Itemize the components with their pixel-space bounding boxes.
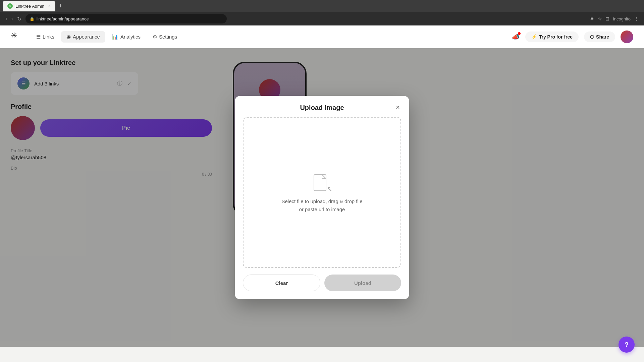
refresh-btn[interactable]: ↻	[17, 16, 21, 22]
nav-link-links[interactable]: ☰ Links	[31, 31, 60, 43]
modal-close-btn[interactable]: ×	[393, 103, 402, 112]
incognito-label: Incognito	[613, 16, 631, 21]
more-icon[interactable]: ⋮	[634, 16, 639, 21]
appearance-icon: ◉	[66, 34, 71, 40]
url-text: linktr.ee/admin/appearance	[37, 16, 89, 21]
browser-toolbar: 👁 ☆ ⊡ Incognito ⋮	[590, 16, 639, 21]
upload-image-modal: Upload Image × ↖	[235, 96, 409, 299]
dropzone-line1: Select file to upload, drag & drop file	[282, 197, 363, 205]
nav-links-label: Links	[43, 34, 54, 40]
try-pro-label: Try Pro for free	[539, 34, 573, 40]
modal-overlay[interactable]: Upload Image × ↖	[0, 48, 644, 347]
nav-link-appearance[interactable]: ◉ Appearance	[61, 31, 105, 43]
settings-icon: ⚙	[153, 34, 157, 40]
nav-link-settings[interactable]: ⚙ Settings	[147, 31, 182, 43]
upload-button[interactable]: Upload	[324, 275, 401, 291]
user-avatar[interactable]	[621, 31, 633, 43]
try-pro-button[interactable]: ⚡ Try Pro for free	[525, 32, 579, 42]
share-label: Share	[596, 34, 609, 40]
dropzone-line2: or paste url to image	[282, 205, 363, 214]
notif-dot	[518, 32, 521, 35]
share-button[interactable]: ⬡ Share	[584, 32, 615, 42]
eye-slash-icon: 👁	[590, 16, 594, 21]
tab-title: Linktree Admin	[15, 4, 44, 9]
forward-btn[interactable]: ›	[11, 16, 13, 22]
main-content: Set up your Linktree ☰ Add 3 links ⓘ ✓ P…	[0, 48, 644, 347]
nav-appearance-label: Appearance	[73, 34, 100, 40]
analytics-icon: 📊	[112, 34, 118, 40]
star-icon[interactable]: ☆	[598, 16, 602, 21]
modal-header: Upload Image ×	[235, 96, 409, 117]
notification-icon[interactable]: 📣	[512, 33, 520, 41]
nav-link-analytics[interactable]: 📊 Analytics	[107, 31, 146, 43]
dropzone-text: Select file to upload, drag & drop file …	[282, 197, 363, 214]
top-nav: ✳ ☰ Links ◉ Appearance 📊 Analytics ⚙ Set…	[0, 25, 644, 48]
tab-bar: ✳ Linktree Admin × +	[0, 0, 644, 12]
modal-title: Upload Image	[300, 104, 344, 112]
tab-favicon: ✳	[7, 3, 13, 9]
active-tab[interactable]: ✳ Linktree Admin ×	[3, 1, 55, 11]
nav-analytics-label: Analytics	[120, 34, 141, 40]
help-button[interactable]: ?	[619, 337, 635, 353]
file-icon: ↖	[313, 171, 331, 191]
links-icon: ☰	[36, 34, 41, 40]
nav-logo: ✳	[11, 31, 23, 43]
modal-footer: Clear Upload	[235, 275, 409, 299]
clear-button[interactable]: Clear	[243, 275, 320, 291]
split-view-icon[interactable]: ⊡	[605, 16, 609, 21]
app-container: ✳ ☰ Links ◉ Appearance 📊 Analytics ⚙ Set…	[0, 25, 644, 347]
new-tab-btn[interactable]: +	[59, 3, 62, 10]
nav-right: 📣 ⚡ Try Pro for free ⬡ Share	[512, 31, 633, 43]
lightning-icon: ⚡	[531, 34, 537, 40]
tab-close-btn[interactable]: ×	[48, 4, 51, 8]
address-bar: ‹ › ↻ 🔒 linktr.ee/admin/appearance 👁 ☆ ⊡…	[0, 12, 644, 25]
share-icon: ⬡	[590, 34, 594, 40]
nav-links: ☰ Links ◉ Appearance 📊 Analytics ⚙ Setti…	[31, 31, 512, 43]
back-btn[interactable]: ‹	[5, 16, 7, 22]
nav-settings-label: Settings	[159, 34, 177, 40]
upload-dropzone[interactable]: ↖ Select file to upload, drag & drop fil…	[243, 117, 401, 268]
address-input[interactable]: 🔒 linktr.ee/admin/appearance	[25, 14, 227, 23]
